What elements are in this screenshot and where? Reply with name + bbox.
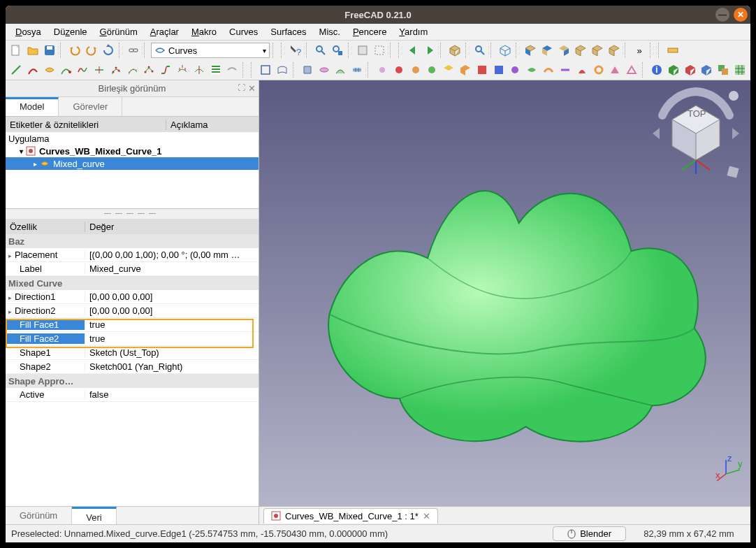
view-left-icon[interactable] (606, 43, 622, 58)
curve-zebra-icon[interactable] (208, 62, 224, 78)
redo-icon[interactable] (84, 43, 99, 58)
tab-data[interactable]: Veri (72, 507, 116, 524)
prop-fillface1[interactable]: Fill Face1true (6, 318, 259, 332)
prop-direction2[interactable]: ▸Direction2[0,00 0,00 0,00] (6, 304, 259, 318)
new-file-icon[interactable] (8, 43, 24, 58)
menu-surfaces[interactable]: Surfaces (265, 25, 312, 38)
surf-sweep-icon[interactable] (317, 62, 332, 78)
curve-edit-icon[interactable] (25, 62, 41, 78)
solid-red-icon[interactable] (683, 62, 698, 78)
misc-pink2-icon[interactable] (624, 62, 639, 78)
measure-icon[interactable] (665, 43, 681, 58)
curve-join-icon[interactable] (75, 62, 90, 78)
more-views-icon[interactable]: » (632, 43, 647, 58)
surf-tool-3-icon[interactable] (300, 62, 315, 78)
menu-gorunum[interactable]: Görünüm (94, 25, 143, 38)
model-tree[interactable]: Uygulama ▾ Curves_WB_Mixed_Curve_1 ▸ Mix… (6, 132, 259, 209)
misc-orange3-icon[interactable] (591, 62, 606, 78)
surf-tool-1-icon[interactable] (258, 62, 273, 78)
view-right-icon[interactable] (556, 43, 572, 58)
grid-icon[interactable] (732, 62, 748, 78)
link-icon[interactable] (126, 43, 141, 58)
close-button[interactable]: ✕ (734, 8, 748, 22)
tree-root[interactable]: Uygulama (6, 132, 259, 145)
prop-placement[interactable]: ▸Placement[(0,00 0,00 1,00); 0,00 °; (0,… (6, 248, 259, 262)
nav-fwd-icon[interactable] (422, 43, 437, 58)
view-front-icon[interactable] (523, 43, 538, 58)
tree-col-labels[interactable]: Etiketler & öznitelikleri (6, 120, 166, 130)
prop-shape1[interactable]: Shape1Sketch (Ust_Top) (6, 346, 259, 360)
prop-label[interactable]: LabelMixed_curve (6, 262, 259, 276)
misc-blue-icon[interactable] (491, 62, 507, 78)
misc-red2-icon[interactable] (474, 62, 490, 78)
misc-box1-icon[interactable] (441, 62, 456, 78)
panel-close-icon[interactable]: ✕ (248, 83, 256, 94)
menu-yardim[interactable]: Yardım (393, 25, 433, 38)
fit-view-icon[interactable] (313, 43, 328, 58)
curve-approx-icon[interactable] (125, 62, 140, 78)
menu-misc[interactable]: Misc. (314, 25, 346, 38)
misc-pink-icon[interactable] (607, 62, 623, 78)
misc-red3-icon[interactable] (574, 62, 590, 78)
curve-discretize-icon[interactable] (108, 62, 124, 78)
prop-active[interactable]: Activefalse (6, 388, 259, 402)
prop-col-name[interactable]: Özellik (6, 222, 85, 232)
save-file-icon[interactable] (42, 43, 57, 58)
chevron-right-icon[interactable]: ▸ (31, 160, 39, 168)
misc-orange2-icon[interactable] (541, 62, 556, 78)
tab-model[interactable]: Model (6, 97, 59, 116)
menu-araclar[interactable]: Araçlar (145, 25, 184, 38)
curve-trim-icon[interactable] (225, 62, 240, 78)
view-top-icon[interactable] (539, 43, 555, 58)
nav-back-icon[interactable] (405, 43, 421, 58)
curve-oncurve-icon[interactable] (191, 62, 207, 78)
surf-loft-icon[interactable] (333, 62, 348, 78)
bbox-icon[interactable] (372, 43, 387, 58)
curve-extend-icon[interactable] (58, 62, 73, 78)
nav-style-button[interactable]: Blender (553, 526, 626, 541)
draw-style-icon[interactable] (355, 43, 370, 58)
workbench-selector[interactable]: Curves ▾ (151, 43, 270, 58)
zoom-icon[interactable] (472, 43, 488, 58)
menu-duzenle[interactable]: Düzenle (48, 25, 93, 38)
misc-red-icon[interactable] (391, 62, 407, 78)
misc-purple2-icon[interactable] (558, 62, 573, 78)
misc-pt-icon[interactable] (375, 62, 390, 78)
misc-green-icon[interactable] (425, 62, 440, 78)
menu-pencere[interactable]: Pencere (347, 25, 392, 38)
misc-box2-icon[interactable] (458, 62, 473, 78)
misc-purple-icon[interactable] (508, 62, 523, 78)
close-tab-icon[interactable]: ✕ (423, 511, 430, 521)
prop-fillface2[interactable]: Fill Face2true (6, 332, 259, 346)
curve-mixed-icon[interactable] (42, 62, 57, 78)
tree-col-desc[interactable]: Açıklama (166, 120, 259, 130)
solid-green-icon[interactable] (666, 62, 681, 78)
open-file-icon[interactable] (25, 43, 41, 58)
prop-col-value[interactable]: Değer (85, 222, 259, 232)
undo-icon[interactable] (67, 43, 82, 58)
info-icon[interactable]: i (649, 62, 664, 78)
misc-green2-icon[interactable] (524, 62, 539, 78)
menu-makro[interactable]: Makro (186, 25, 222, 38)
panel-splitter[interactable]: ————— (6, 209, 259, 219)
minimize-button[interactable]: — (715, 8, 729, 22)
menu-curves[interactable]: Curves (224, 25, 263, 38)
box-icon[interactable] (497, 43, 513, 58)
solid-blue-icon[interactable] (699, 62, 714, 78)
whatsthis-icon[interactable]: ? (288, 43, 303, 58)
navigation-cube[interactable]: TOP (647, 85, 745, 182)
curve-line-icon[interactable] (8, 62, 24, 78)
tree-item-mixed-curve[interactable]: ▸ Mixed_curve (6, 157, 259, 170)
surf-gordon-icon[interactable] (349, 62, 365, 78)
3d-viewport[interactable]: TOP z y x (259, 80, 750, 506)
chevron-down-icon[interactable]: ▾ (17, 147, 25, 155)
curve-comb-icon[interactable] (175, 62, 190, 78)
refresh-icon[interactable] (101, 43, 116, 58)
misc-orange-icon[interactable] (408, 62, 423, 78)
view-rear-icon[interactable] (573, 43, 588, 58)
curve-interpolate-icon[interactable] (142, 62, 157, 78)
tree-document[interactable]: ▾ Curves_WB_Mixed_Curve_1 (6, 145, 259, 157)
view-bottom-icon[interactable] (590, 43, 605, 58)
prop-shape2[interactable]: Shape2Sketch001 (Yan_Right) (6, 360, 259, 374)
fit-selection-icon[interactable] (330, 43, 345, 58)
